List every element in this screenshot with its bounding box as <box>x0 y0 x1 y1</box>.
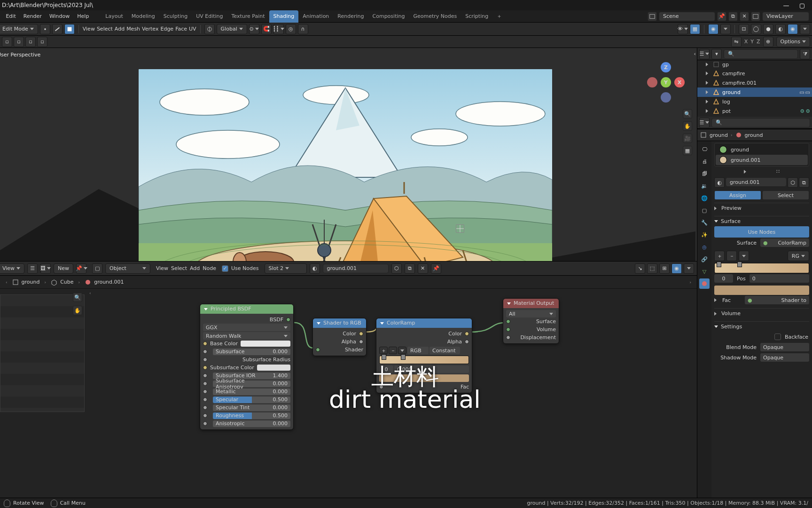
section-surface[interactable]: Surface <box>714 216 809 226</box>
bc-mesh[interactable]: Cube <box>60 279 73 285</box>
shading-matprev[interactable]: ◐ <box>775 24 786 34</box>
shading-rendered[interactable]: ◉ <box>788 24 798 34</box>
ramp-menu[interactable] <box>739 251 749 261</box>
image-zoom-icon[interactable]: 🔍 <box>73 293 82 302</box>
node-tool-3[interactable]: ⊞ <box>659 263 670 274</box>
gizmo-x[interactable]: X <box>674 77 685 87</box>
image-collapse[interactable]: ‹ <box>89 291 91 295</box>
tab-texture-paint[interactable]: Texture Paint <box>227 10 269 23</box>
mesh-select-through[interactable]: ▦ <box>690 24 700 34</box>
zoom-icon[interactable]: 🔍 <box>683 109 692 119</box>
menu-render[interactable]: Render <box>20 10 46 23</box>
header-view[interactable]: View <box>83 26 95 32</box>
select-face-mode[interactable] <box>64 24 75 34</box>
corner-widget-1[interactable]: ▫ <box>2 37 12 47</box>
window-minimize[interactable]: — <box>778 0 794 10</box>
mat-delete-node[interactable]: ✕ <box>418 263 428 274</box>
fac-value[interactable]: ●Shader to <box>745 296 809 304</box>
ramp-color-swatch[interactable] <box>714 286 809 295</box>
visibility-dropdown[interactable]: 👁 <box>678 24 688 34</box>
mirror-y[interactable]: Y <box>750 39 754 45</box>
tab-animation[interactable]: Animation <box>298 10 333 23</box>
section-preview[interactable]: Preview <box>714 203 809 213</box>
principled-specular[interactable]: Specular0.500 <box>203 396 290 404</box>
node-sidebar-toggle[interactable]: ☰ <box>27 263 38 274</box>
mat-name-node[interactable]: ground.001 <box>323 264 389 273</box>
node-menu-node[interactable]: Node <box>203 265 216 271</box>
header-face[interactable]: Face <box>175 26 187 32</box>
restrict-view-icon[interactable]: ▭ <box>805 89 810 95</box>
header-uv[interactable]: UV <box>189 26 196 32</box>
tab-layout[interactable]: Layout <box>101 10 127 23</box>
bc-collapse[interactable]: › <box>689 280 691 285</box>
camera-icon[interactable]: 🎥 <box>683 134 692 143</box>
options-dropdown[interactable]: Options <box>776 37 810 47</box>
ptab-output[interactable]: 🖨 <box>699 156 710 167</box>
select-edge-mode[interactable] <box>52 24 62 34</box>
image-editor-grid[interactable] <box>0 294 85 412</box>
ramp-add[interactable]: ＋ <box>714 251 725 261</box>
orientation-dropdown[interactable]: Global <box>217 24 247 34</box>
gizmo-y[interactable]: Y <box>661 77 671 87</box>
fac-expand[interactable] <box>714 298 717 302</box>
corner-widget-3[interactable]: ▫ <box>25 37 36 47</box>
mat-copy-node[interactable]: ⧉ <box>405 263 415 274</box>
ptab-render[interactable]: 🖵 <box>699 144 710 154</box>
header-select[interactable]: Select <box>97 26 113 32</box>
node-tool-1[interactable]: ↘ <box>635 263 645 274</box>
principled-distribution[interactable]: GGX <box>203 324 290 331</box>
node-canvas[interactable]: 🔍 ✋ ‹ Principled BSDF BSDF GGX Random Wa… <box>0 289 697 498</box>
mode-dropdown[interactable]: Edit Mode <box>0 24 38 34</box>
ramp-pos-value[interactable]: 0 <box>750 274 809 283</box>
ramp-node-remove[interactable]: － <box>389 347 397 354</box>
ramp-remove[interactable]: － <box>726 251 737 261</box>
snap-dropdown[interactable]: ┇┇ <box>273 24 284 34</box>
scene-pin[interactable]: 📌 <box>717 12 726 21</box>
outliner-filter[interactable]: ⧩ <box>800 49 810 59</box>
node-principled-bsdf[interactable]: Principled BSDF BSDF GGX Random Walk Bas… <box>200 304 294 430</box>
header-edge[interactable]: Edge <box>160 26 173 32</box>
scene-field[interactable]: Scene <box>659 12 715 21</box>
scene-delete[interactable]: ✕ <box>740 12 749 21</box>
menu-edit[interactable]: Edit <box>2 10 19 23</box>
surface-value[interactable]: ●ColorRamp <box>760 238 809 247</box>
outliner-tree[interactable]: gp campfire campfire.001 ground ▭▭ log p… <box>697 60 812 117</box>
outliner-item-ground[interactable]: ground <box>722 89 741 95</box>
pivot-dropdown[interactable]: ⊙ <box>249 24 259 34</box>
gizmo-neg-x[interactable] <box>647 77 657 87</box>
outliner-item-campfire001[interactable]: campfire.001 <box>722 80 757 86</box>
tab-uv-editing[interactable]: UV Editing <box>192 10 227 23</box>
outliner-type-dropdown[interactable]: ☰ <box>699 49 710 59</box>
props-bc-obj[interactable]: ground <box>710 132 728 138</box>
mat-browse-node[interactable]: ◐ <box>310 263 320 274</box>
header-add[interactable]: Add <box>115 26 125 32</box>
tab-scripting[interactable]: Scripting <box>461 10 492 23</box>
use-nodes-check[interactable]: ✓ <box>222 265 228 272</box>
material-slot-1[interactable]: ground.001 <box>716 155 808 165</box>
pan-icon[interactable]: ✋ <box>683 121 692 131</box>
gizmo-neg-z[interactable] <box>661 92 671 103</box>
assign-button[interactable]: Assign <box>714 190 761 200</box>
principled-subsurface-color[interactable]: Subsurface Color <box>203 364 290 372</box>
ptab-constraint[interactable]: 🔗 <box>699 254 710 264</box>
node-view-dropdown[interactable]: View <box>0 263 24 274</box>
material-name-field[interactable]: ground.001 <box>726 177 787 187</box>
node-material-output[interactable]: Material Output All Surface Volume Displ… <box>503 298 559 344</box>
section-volume[interactable]: Volume <box>714 308 809 318</box>
corner-widget-2[interactable]: ▫ <box>14 37 24 47</box>
overlays-dropdown[interactable] <box>720 24 731 34</box>
principled-specular-tint[interactable]: Specular Tint0.000 <box>203 404 290 412</box>
node-new-button[interactable]: New <box>54 263 73 274</box>
outliner-search[interactable]: 🔍 <box>724 49 798 59</box>
material-new-copy[interactable]: ⧉ <box>799 177 809 188</box>
window-maximize[interactable]: ▢ <box>794 0 810 10</box>
automerge-toggle[interactable]: ⊕ <box>763 37 773 47</box>
material-slot-0[interactable]: ground <box>716 144 808 155</box>
section-settings[interactable]: Settings <box>714 321 809 332</box>
mirror-toggle[interactable]: ⇋ <box>731 37 742 47</box>
viewport-collapse-arrow[interactable]: ‹ <box>694 51 696 57</box>
outliner-item-pot[interactable]: pot <box>722 108 731 114</box>
mirror-z[interactable]: Z <box>757 39 760 45</box>
principled-subsurface[interactable]: Subsurface0.000 <box>203 348 290 356</box>
node-type-browse[interactable]: 🖼 <box>40 263 51 274</box>
